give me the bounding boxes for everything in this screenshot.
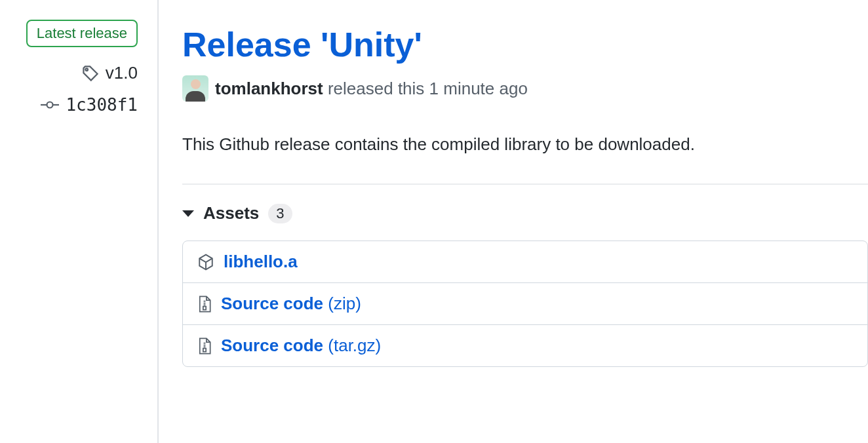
- commit-row[interactable]: 1c308f1: [41, 95, 138, 115]
- package-icon: [197, 254, 214, 271]
- asset-name: Source code: [221, 336, 323, 355]
- assets-label: Assets: [203, 203, 259, 223]
- release-sidebar: Latest release v1.0 1c308f1: [0, 0, 159, 443]
- asset-row[interactable]: Source code (zip): [183, 282, 867, 324]
- release-title[interactable]: Release 'Unity': [182, 26, 868, 64]
- release-byline: tomlankhorst released this 1 minute ago: [182, 75, 868, 102]
- assets-toggle[interactable]: Assets 3: [182, 203, 868, 223]
- asset-ext: (zip): [328, 294, 361, 313]
- assets-list: libhello.a Source code (zip): [182, 241, 868, 367]
- svg-point-0: [85, 68, 88, 71]
- avatar[interactable]: [182, 75, 208, 102]
- asset-name: libhello.a: [224, 252, 298, 271]
- release-page: Latest release v1.0 1c308f1 Release: [0, 0, 868, 443]
- asset-link[interactable]: libhello.a: [224, 252, 298, 272]
- divider: [182, 183, 868, 185]
- released-text: released this: [328, 79, 424, 98]
- file-zip-icon: [197, 296, 212, 313]
- tag-row[interactable]: v1.0: [82, 63, 138, 83]
- asset-link[interactable]: Source code (tar.gz): [221, 336, 381, 356]
- commit-sha: 1c308f1: [66, 95, 138, 115]
- asset-ext: (tar.gz): [328, 336, 381, 355]
- file-zip-icon: [197, 337, 212, 355]
- asset-row[interactable]: libhello.a: [183, 241, 867, 282]
- tag-icon: [82, 65, 99, 82]
- latest-release-badge: Latest release: [26, 20, 138, 47]
- asset-row[interactable]: Source code (tar.gz): [183, 324, 867, 366]
- svg-point-1: [47, 102, 53, 108]
- commit-icon: [41, 100, 59, 110]
- svg-rect-5: [203, 348, 206, 351]
- asset-link[interactable]: Source code (zip): [221, 294, 361, 314]
- asset-name: Source code: [221, 294, 323, 313]
- time-ago: 1 minute ago: [429, 79, 528, 98]
- release-main: Release 'Unity' tomlankhorst released th…: [159, 0, 868, 443]
- assets-count-badge: 3: [268, 204, 292, 223]
- release-description: This Github release contains the compile…: [182, 132, 868, 157]
- caret-down-icon: [182, 210, 194, 217]
- author-username[interactable]: tomlankhorst: [215, 79, 323, 98]
- svg-rect-4: [203, 306, 206, 309]
- tag-name: v1.0: [106, 63, 138, 83]
